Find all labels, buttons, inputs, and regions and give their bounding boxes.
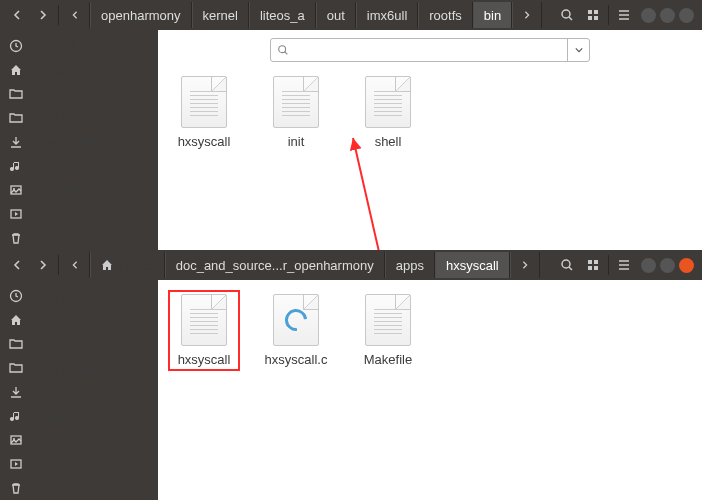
svg-rect-3 [588,16,592,20]
menu-button[interactable] [611,2,637,28]
sidebar-item-label: Music [34,409,68,424]
sidebar-item-documents[interactable]: Documents [0,106,158,130]
view-grid-button[interactable] [580,2,606,28]
file-icon [181,76,227,128]
sidebar-item-videos[interactable]: Videos [0,202,158,226]
forward-button[interactable] [30,2,56,28]
sidebar-item-label: Desktop [34,87,82,102]
breadcrumb-item[interactable]: doc_and_source...r_openharmony [165,252,385,278]
sidebar-item-desktop[interactable]: Desktop [0,332,158,356]
sidebar-item-documents[interactable]: Documents [0,356,158,380]
window-minimize[interactable] [641,8,656,23]
sidebar-item-recent[interactable]: Recent [0,284,158,308]
sidebar-item-videos[interactable]: Videos [0,452,158,476]
forward-button[interactable] [30,252,56,278]
toolbar-top: openharmonykernelliteos_aoutimx6ullrootf… [0,0,702,30]
svg-rect-12 [594,260,598,264]
clock-icon [8,289,24,303]
sidebar-item-pictures[interactable]: Pictures [0,428,158,452]
sidebar-item-home[interactable]: Home [0,58,158,82]
trash-icon [8,481,24,495]
sidebar-item-music[interactable]: Music [0,404,158,428]
picture-icon [8,433,24,447]
breadcrumb-home-label: Home [119,258,154,273]
breadcrumb-prev[interactable] [61,252,90,278]
home-icon [8,313,24,327]
folder-icon [8,361,24,375]
svg-rect-13 [588,266,592,270]
sidebar-item-home[interactable]: Home [0,308,158,332]
view-grid-button[interactable] [580,252,606,278]
sidebar-item-label: Videos [34,207,74,222]
back-button[interactable] [4,2,30,28]
search-field[interactable] [270,38,590,62]
breadcrumb-home[interactable]: Home [90,252,165,278]
svg-rect-2 [594,10,598,14]
window-maximize[interactable] [660,8,675,23]
search-dropdown[interactable] [567,39,589,61]
breadcrumb-item[interactable]: liteos_a [249,2,316,28]
menu-button[interactable] [611,252,637,278]
sidebar-item-label: Trash [34,481,67,496]
file-label: hxsyscall [178,352,231,367]
download-icon [8,135,24,149]
sidebar-item-label: Documents [34,111,100,126]
sidebar-item-label: Trash [34,231,67,246]
file-item[interactable]: hxsyscall.c [264,294,328,367]
file-icon [365,76,411,128]
sidebar-item-recent[interactable]: Recent [0,34,158,58]
sidebar-item-label: Videos [34,457,74,472]
search-button[interactable] [554,2,580,28]
file-item[interactable]: shell [356,76,420,149]
breadcrumb-item[interactable]: rootfs [418,2,473,28]
svg-rect-11 [588,260,592,264]
sidebar-item-downloads[interactable]: Downloads [0,130,158,154]
breadcrumb-next[interactable] [510,252,540,278]
window-minimize[interactable] [641,258,656,273]
back-button[interactable] [4,252,30,278]
file-label: init [288,134,305,149]
sidebar-item-label: Home [34,63,69,78]
breadcrumb-item[interactable]: kernel [192,2,249,28]
breadcrumb-item[interactable]: out [316,2,356,28]
window-close[interactable] [679,8,694,23]
breadcrumb-item[interactable]: bin [473,2,512,28]
breadcrumb-bottom: Home doc_and_source...r_openharmonyappsh… [61,252,540,278]
file-item[interactable]: init [264,76,328,149]
breadcrumb-next[interactable] [512,2,542,28]
content-top: hxsyscallinitshell [158,30,702,250]
svg-point-9 [279,46,286,53]
sidebar-bottom: RecentHomeDesktopDocumentsDownloadsMusic… [0,280,158,500]
sidebar-item-music[interactable]: Music [0,154,158,178]
window-close[interactable] [679,258,694,273]
sidebar-item-label: Downloads [34,135,98,150]
sidebar-item-pictures[interactable]: Pictures [0,178,158,202]
search-button[interactable] [554,252,580,278]
breadcrumb-item[interactable]: hxsyscall [435,252,510,278]
sidebar-item-downloads[interactable]: Downloads [0,380,158,404]
breadcrumb-prev[interactable] [61,2,90,28]
window-maximize[interactable] [660,258,675,273]
breadcrumb-item[interactable]: openharmony [90,2,192,28]
sidebar-item-label: Music [34,159,68,174]
search-input[interactable] [295,40,567,60]
file-item[interactable]: Makefile [356,294,420,367]
download-icon [8,385,24,399]
svg-rect-4 [594,16,598,20]
svg-point-10 [562,260,570,268]
breadcrumb-item[interactable]: imx6ull [356,2,418,28]
sidebar-item-trash[interactable]: Trash [0,476,158,500]
breadcrumb-top: openharmonykernelliteos_aoutimx6ullrootf… [61,2,542,28]
breadcrumb-item[interactable]: apps [385,252,435,278]
sidebar-item-desktop[interactable]: Desktop [0,82,158,106]
file-icon [181,294,227,346]
file-label: shell [375,134,402,149]
file-item[interactable]: hxsyscall [172,76,236,149]
svg-rect-1 [588,10,592,14]
sidebar-item-trash[interactable]: Trash [0,226,158,250]
sidebar-item-label: Recent [34,289,75,304]
file-item[interactable]: hxsyscall [172,294,236,367]
home-icon [8,63,24,77]
file-label: hxsyscall [178,134,231,149]
file-label: Makefile [364,352,412,367]
